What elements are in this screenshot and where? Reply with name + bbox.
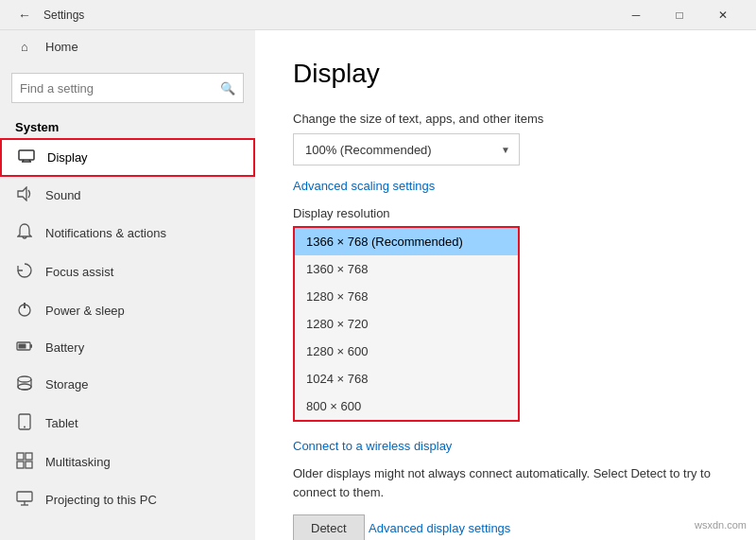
power-icon <box>15 301 34 321</box>
scale-label: Change the size of text, apps, and other… <box>293 112 718 126</box>
svg-rect-18 <box>17 492 32 501</box>
sidebar-section-title: System <box>0 113 255 138</box>
sidebar-notifications-label: Notifications & actions <box>45 226 166 240</box>
svg-point-11 <box>18 384 31 390</box>
sidebar-item-multitasking[interactable]: Multitasking <box>0 443 255 481</box>
advanced-display-link[interactable]: Advanced display settings <box>369 521 510 535</box>
resolution-option-1[interactable]: 1360 × 768 <box>295 255 518 283</box>
search-icon: 🔍 <box>220 81 235 96</box>
page-title: Display <box>293 59 718 89</box>
scale-dropdown[interactable]: 100% (Recommended) <box>293 133 520 165</box>
projecting-icon <box>15 491 34 509</box>
close-button[interactable]: ✕ <box>701 0 745 30</box>
sidebar-storage-label: Storage <box>45 377 89 392</box>
advanced-scaling-link[interactable]: Advanced scaling settings <box>293 179 435 193</box>
content-area: Display Change the size of text, apps, a… <box>255 30 756 540</box>
info-text: Older displays might not always connect … <box>293 464 718 501</box>
tablet-icon <box>15 413 34 433</box>
sidebar-tablet-label: Tablet <box>45 416 78 430</box>
svg-rect-9 <box>19 344 26 349</box>
resolution-option-4[interactable]: 1280 × 600 <box>295 338 518 365</box>
resolution-label: Display resolution <box>293 206 718 220</box>
sidebar-focus-label: Focus assist <box>45 265 113 279</box>
sidebar-power-label: Power & sleep <box>45 304 125 318</box>
svg-rect-8 <box>30 344 32 348</box>
svg-rect-0 <box>19 150 34 160</box>
main-layout: ⌂ Home 🔍 System Display <box>0 30 756 540</box>
back-button[interactable]: ← <box>11 2 38 28</box>
resolution-dropdown[interactable]: 1366 × 768 (Recommended) 1360 × 768 1280… <box>293 226 520 422</box>
storage-icon <box>15 375 34 394</box>
sidebar-item-home[interactable]: ⌂ Home <box>0 30 255 63</box>
display-icon <box>17 149 36 165</box>
sidebar-item-storage[interactable]: Storage <box>0 365 255 404</box>
resolution-option-0[interactable]: 1366 × 768 (Recommended) <box>295 228 518 255</box>
svg-point-10 <box>18 376 31 382</box>
scale-dropdown-container: 100% (Recommended) ▼ <box>293 133 520 165</box>
sound-icon <box>15 186 34 204</box>
sidebar-item-projecting[interactable]: Projecting to this PC <box>0 481 255 518</box>
sidebar-item-notifications[interactable]: Notifications & actions <box>0 214 255 253</box>
svg-point-13 <box>24 427 26 428</box>
svg-rect-15 <box>26 453 32 460</box>
maximize-button[interactable]: □ <box>658 0 701 30</box>
connect-wireless-link[interactable]: Connect to a wireless display <box>293 439 452 453</box>
svg-rect-16 <box>17 462 24 468</box>
sidebar-home-label: Home <box>45 40 78 54</box>
sidebar-display-label: Display <box>47 150 88 165</box>
svg-rect-17 <box>26 462 32 468</box>
svg-rect-14 <box>17 453 24 460</box>
battery-icon <box>15 340 34 356</box>
resolution-option-3[interactable]: 1280 × 720 <box>295 310 518 338</box>
sidebar-item-battery[interactable]: Battery <box>0 330 255 365</box>
sidebar-search-box[interactable]: 🔍 <box>11 73 244 103</box>
window-controls: ─ □ ✕ <box>614 0 745 30</box>
home-icon: ⌂ <box>15 40 34 54</box>
sidebar: ⌂ Home 🔍 System Display <box>0 30 255 540</box>
sidebar-projecting-label: Projecting to this PC <box>45 493 157 507</box>
sidebar-item-power[interactable]: Power & sleep <box>0 291 255 330</box>
window-title: Settings <box>43 9 84 22</box>
resolution-option-6[interactable]: 800 × 600 <box>295 392 518 420</box>
sidebar-item-sound[interactable]: Sound <box>0 177 255 214</box>
focus-icon <box>15 262 34 282</box>
sidebar-item-display[interactable]: Display <box>0 138 255 177</box>
svg-marker-4 <box>18 187 26 200</box>
watermark: wsxdn.com <box>695 519 747 531</box>
sidebar-sound-label: Sound <box>45 188 81 202</box>
sidebar-item-focus[interactable]: Focus assist <box>0 253 255 291</box>
minimize-button[interactable]: ─ <box>614 0 658 30</box>
search-input[interactable] <box>20 81 220 96</box>
title-bar: ← Settings ─ □ ✕ <box>0 0 756 30</box>
resolution-option-2[interactable]: 1280 × 768 <box>295 283 518 310</box>
sidebar-multitasking-label: Multitasking <box>45 455 111 469</box>
sidebar-battery-label: Battery <box>45 340 84 355</box>
resolution-option-5[interactable]: 1024 × 768 <box>295 365 518 392</box>
notifications-icon <box>15 223 34 243</box>
multitasking-icon <box>15 452 34 472</box>
sidebar-item-tablet[interactable]: Tablet <box>0 404 255 443</box>
detect-button[interactable]: Detect <box>293 514 365 540</box>
